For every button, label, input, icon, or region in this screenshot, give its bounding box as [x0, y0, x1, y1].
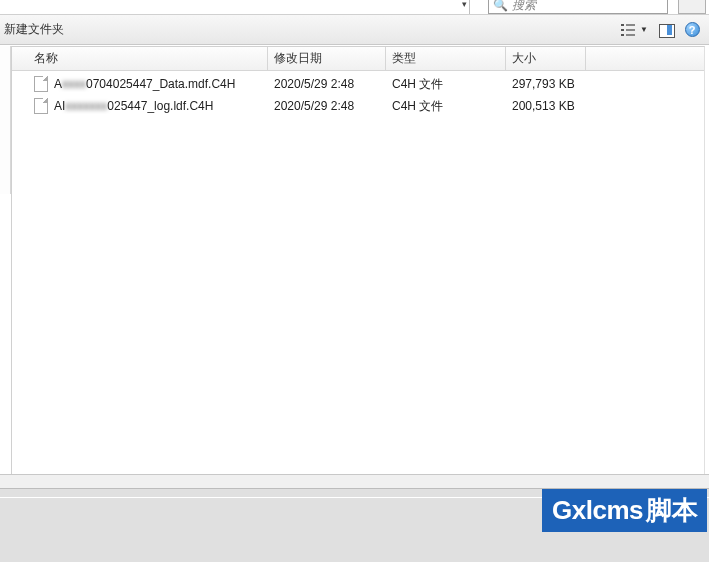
svg-rect-2: [621, 29, 624, 31]
cell-size: 200,513 KB: [506, 99, 586, 113]
help-icon: ?: [685, 22, 700, 37]
cell-size: 297,793 KB: [506, 77, 586, 91]
horizontal-scrollbar[interactable]: [0, 474, 709, 488]
explorer-toolbar: 新建文件夹 ▼ ?: [0, 15, 709, 45]
address-bar-fragment[interactable]: ▾: [0, 0, 470, 14]
new-folder-button[interactable]: 新建文件夹: [4, 21, 64, 38]
file-rows: Axxxx0704025447_Data.mdf.C4H 2020/5/29 2…: [12, 71, 704, 117]
column-header-size[interactable]: 大小: [506, 47, 586, 70]
svg-rect-0: [621, 24, 624, 26]
table-row[interactable]: AIxxxxxxx025447_log.ldf.C4H 2020/5/29 2:…: [12, 95, 704, 117]
column-header-name[interactable]: 名称: [12, 47, 268, 70]
chevron-down-icon: ▼: [640, 25, 648, 34]
cell-name: AIxxxxxxx025447_log.ldf.C4H: [12, 98, 268, 114]
preview-pane-button[interactable]: [655, 19, 677, 41]
search-placeholder-text: 搜索: [512, 0, 536, 14]
column-header-type[interactable]: 类型: [386, 47, 506, 70]
filename-suffix: 025447_log.ldf.C4H: [107, 99, 213, 113]
cell-type: C4H 文件: [386, 76, 506, 93]
cell-name: Axxxx0704025447_Data.mdf.C4H: [12, 76, 268, 92]
nav-button-fragment[interactable]: [678, 0, 706, 14]
address-dropdown-icon[interactable]: ▾: [462, 0, 467, 9]
address-search-strip: ▾ 🔍 搜索: [0, 0, 709, 15]
filename-suffix: 0704025447_Data.mdf.C4H: [86, 77, 235, 91]
left-pane-fragment: [0, 46, 11, 194]
column-header-extra[interactable]: [586, 47, 704, 70]
watermark-brand-cn: 脚本: [646, 493, 697, 528]
svg-rect-1: [626, 24, 635, 26]
cell-modified: 2020/5/29 2:48: [268, 77, 386, 91]
cell-modified: 2020/5/29 2:48: [268, 99, 386, 113]
preview-pane-icon: [659, 24, 673, 36]
file-list-pane: 名称 修改日期 类型 大小 Axxxx0704025447_Data.mdf.C…: [11, 46, 705, 474]
search-input[interactable]: 🔍 搜索: [488, 0, 668, 14]
column-header-row: 名称 修改日期 类型 大小: [12, 47, 704, 71]
search-icon: 🔍: [493, 0, 508, 12]
table-row[interactable]: Axxxx0704025447_Data.mdf.C4H 2020/5/29 2…: [12, 73, 704, 95]
filename-obscured: xxxxxxx: [65, 99, 107, 113]
file-icon: [34, 98, 48, 114]
watermark-logo: Gxlcms脚本: [542, 489, 707, 532]
watermark-brand-en: Gxlcms: [552, 495, 643, 526]
filename-prefix: A: [54, 77, 62, 91]
cell-type: C4H 文件: [386, 98, 506, 115]
svg-rect-3: [626, 29, 635, 31]
help-button[interactable]: ?: [681, 19, 703, 41]
svg-rect-4: [621, 34, 624, 36]
column-header-modified[interactable]: 修改日期: [268, 47, 386, 70]
view-mode-button[interactable]: ▼: [618, 19, 651, 41]
filename-obscured: xxxx: [62, 77, 86, 91]
view-list-icon: [621, 23, 637, 37]
svg-rect-5: [626, 34, 635, 36]
file-icon: [34, 76, 48, 92]
filename-prefix: AI: [54, 99, 65, 113]
